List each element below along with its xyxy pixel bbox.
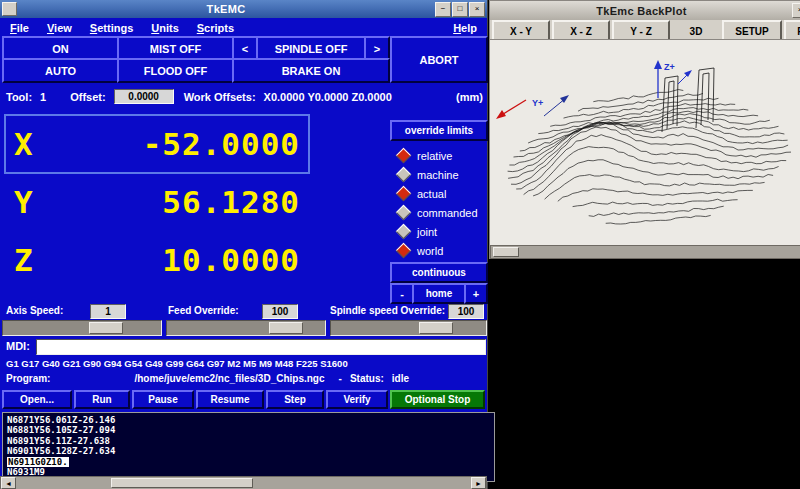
tool-status-bar: Tool: 1 Offset: 0.0000 Work Offsets: X0.…: [6, 89, 483, 104]
radio-indicator-icon: [396, 243, 412, 259]
system-menu-icon[interactable]: [2, 2, 17, 16]
menu-help[interactable]: Help: [453, 22, 477, 34]
radio-world[interactable]: world: [398, 241, 478, 260]
step-button[interactable]: Step: [266, 390, 324, 409]
resume-button[interactable]: Resume: [196, 390, 264, 409]
home-button[interactable]: home: [412, 283, 466, 304]
menu-file[interactable]: File: [10, 22, 29, 34]
spindle-override-label: Spindle speed Override:: [330, 305, 445, 316]
brake-button[interactable]: BRAKE ON: [232, 58, 390, 83]
backplot-3d-plot: Y+ Z+: [490, 40, 800, 246]
z-axis-label: Z+: [664, 62, 675, 72]
radio-joint[interactable]: joint: [398, 222, 478, 241]
backplot-hscrollbar[interactable]: [490, 245, 800, 259]
program-text-area[interactable]: N6871Y56.061Z-26.146 N6881Y56.105Z-27.09…: [2, 412, 495, 482]
mdi-input[interactable]: [36, 339, 486, 355]
close-icon[interactable]: ×: [469, 2, 485, 17]
program-status-bar: Program: /home/juve/emc2/nc_files/3D_Chi…: [6, 373, 483, 384]
slider-handle[interactable]: [89, 322, 123, 334]
axis-speed-value: 1: [90, 304, 126, 319]
override-limits-button[interactable]: override limits: [390, 120, 488, 141]
feed-override-label: Feed Override:: [168, 305, 239, 316]
backplot-canvas[interactable]: Y+ Z+: [490, 39, 800, 246]
radio-label: machine: [417, 169, 459, 181]
tkemc-window: TkEMC − □ × File View Settings Units Scr…: [0, 0, 488, 489]
axis-speed-slider[interactable]: [2, 320, 162, 336]
work-offsets-value: X0.0000 Y0.0000 Z0.0000: [264, 91, 392, 103]
close-icon[interactable]: ×: [792, 3, 800, 18]
scrollbar-thumb[interactable]: [493, 247, 519, 257]
menu-settings[interactable]: Settings: [90, 22, 133, 34]
jog-increment-button[interactable]: continuous: [390, 262, 488, 283]
radio-commanded[interactable]: commanded: [398, 203, 478, 222]
pause-button[interactable]: Pause: [132, 390, 194, 409]
work-offsets-label: Work Offsets:: [184, 91, 256, 103]
feed-override-value: 100: [262, 304, 298, 319]
jog-plus-button[interactable]: +: [464, 283, 488, 304]
mdi-label: MDI:: [6, 340, 30, 352]
gcode-line: N6881Y56.105Z-27.094: [7, 425, 490, 435]
gcode-line-active: N6911G0Z10.: [7, 457, 490, 467]
menubar: File View Settings Units Scripts Help: [0, 18, 487, 37]
program-buttons-row: Open... Run Pause Resume Step Verify Opt…: [2, 390, 485, 409]
flood-button[interactable]: FLOOD OFF: [117, 58, 234, 83]
axis-value: 10.0000: [70, 242, 300, 278]
radio-relative[interactable]: relative: [398, 146, 478, 165]
dro-axis-z[interactable]: Z 10.0000: [4, 230, 310, 290]
radio-label: world: [417, 245, 443, 257]
spindle-override-value: 100: [448, 304, 484, 319]
program-hscrollbar[interactable]: ◄ ►: [0, 476, 487, 489]
backplot-titlebar[interactable]: TkEmc BackPlot ×: [490, 1, 800, 20]
radio-machine[interactable]: machine: [398, 165, 478, 184]
dro-axis-x[interactable]: X -52.0000: [4, 114, 310, 174]
slider-handle[interactable]: [269, 322, 303, 334]
radio-label: commanded: [417, 207, 478, 219]
program-label: Program:: [6, 373, 50, 384]
optional-stop-button[interactable]: Optional Stop: [390, 390, 485, 409]
menu-view[interactable]: View: [47, 22, 72, 34]
radio-label: relative: [417, 150, 452, 162]
scrollbar-thumb[interactable]: [111, 478, 253, 488]
minimize-icon[interactable]: −: [435, 2, 451, 17]
verify-button[interactable]: Verify: [326, 390, 388, 409]
radio-label: joint: [417, 226, 437, 238]
scroll-right-icon[interactable]: ►: [471, 477, 486, 489]
mode-auto-button[interactable]: AUTO: [2, 58, 119, 83]
offset-label: Offset:: [70, 91, 105, 103]
axis-speed-label: Axis Speed:: [6, 305, 63, 316]
status-value: idle: [392, 373, 409, 384]
scroll-left-icon[interactable]: ◄: [1, 477, 16, 489]
spindle-override-slider[interactable]: [330, 320, 487, 336]
radio-indicator-icon: [396, 148, 412, 164]
offset-entry[interactable]: 0.0000: [114, 89, 174, 104]
menu-units[interactable]: Units: [151, 22, 179, 34]
tool-label: Tool:: [6, 91, 32, 103]
gcode-line: N6871Y56.061Z-26.146: [7, 415, 490, 425]
window-title: TkEmc BackPlot: [492, 5, 791, 17]
gcode-line: N6901Y56.128Z-27.634: [7, 446, 490, 456]
slider-handle[interactable]: [419, 322, 453, 334]
menu-scripts[interactable]: Scripts: [197, 22, 234, 34]
abort-button[interactable]: ABORT: [390, 36, 488, 83]
backplot-window: TkEmc BackPlot × X - Y X - Z Y - Z 3D SE…: [489, 0, 800, 259]
units-indicator: (mm): [456, 91, 483, 103]
radio-indicator-icon: [396, 186, 412, 202]
jog-minus-button[interactable]: -: [390, 283, 414, 304]
run-button[interactable]: Run: [74, 390, 130, 409]
axis-value: 56.1280: [70, 184, 300, 220]
scrollbar-track[interactable]: [491, 246, 800, 258]
radio-indicator-icon: [396, 205, 412, 221]
radio-label: actual: [417, 188, 446, 200]
axis-letter: Z: [14, 242, 70, 278]
dro-axis-y[interactable]: Y 56.1280: [4, 172, 310, 232]
open-button[interactable]: Open...: [2, 390, 72, 409]
radio-indicator-icon: [396, 167, 412, 183]
radio-actual[interactable]: actual: [398, 184, 478, 203]
maximize-icon[interactable]: □: [452, 2, 468, 17]
tool-number: 1: [40, 91, 46, 103]
feed-override-slider[interactable]: [166, 320, 326, 336]
axis-letter: Y: [14, 184, 70, 220]
tkemc-titlebar[interactable]: TkEMC − □ ×: [0, 0, 487, 18]
scrollbar-track[interactable]: [16, 477, 471, 489]
active-gcodes: G1 G17 G40 G21 G90 G94 G54 G49 G99 G64 G…: [6, 358, 348, 369]
